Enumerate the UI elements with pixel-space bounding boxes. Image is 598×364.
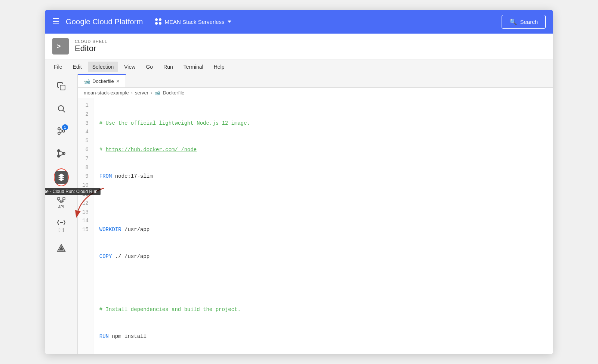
project-name: MEAN Stack Serverless <box>165 19 225 25</box>
menu-terminal[interactable]: Terminal <box>179 62 208 72</box>
code-line-5: WORKDIR /usr/app <box>99 225 547 234</box>
svg-line-7 <box>60 129 62 131</box>
cloud-run-icon[interactable]: Cloud Code - Cloud Run: Cloud Run <box>54 170 69 185</box>
code-line-4 <box>99 199 547 208</box>
sub-header: >_ CLOUD SHELL Editor <box>45 34 553 59</box>
sidebar: 1 Cloud <box>45 74 78 354</box>
svg-point-3 <box>58 128 60 130</box>
hamburger-icon[interactable]: ☰ <box>52 18 60 26</box>
dockerfile-tab[interactable]: 🐋 Dockerfile × <box>78 74 126 87</box>
svg-point-5 <box>62 130 65 132</box>
breadcrumb-sep-2: › <box>151 90 152 96</box>
cloud-run-circle <box>54 168 69 186</box>
chevron-down-icon <box>228 21 231 23</box>
code-line-1: # Use the official lightweight Node.js 1… <box>99 119 547 128</box>
source-control-icon[interactable]: 1 <box>54 124 69 139</box>
code-line-2: # https://hub.docker.com/_/node <box>99 146 547 155</box>
code-area[interactable]: 12345 678910 1112131415 # Use the offici… <box>78 98 553 354</box>
search-icon: 🔍 <box>509 18 517 25</box>
menu-run[interactable]: Run <box>159 62 178 72</box>
svg-line-2 <box>63 111 65 113</box>
search-sidebar-icon[interactable] <box>54 101 69 116</box>
search-label: Search <box>520 19 538 25</box>
run-debug-icon[interactable] <box>54 146 69 161</box>
menu-file[interactable]: File <box>49 62 67 72</box>
project-grid-icon <box>155 18 162 25</box>
api-label: API <box>58 205 64 209</box>
tab-close-icon[interactable]: × <box>116 78 120 84</box>
top-bar: ☰ Google Cloud Platform MEAN Stack Serve… <box>45 10 553 34</box>
breadcrumb-part-3: Dockerfile <box>163 90 184 96</box>
docker-icon: 🐋 <box>84 78 90 84</box>
breadcrumb: mean-stack-example › server › 🐋 Dockerfi… <box>78 88 553 98</box>
menu-selection[interactable]: Selection <box>88 62 118 72</box>
code-line-6: COPY ./ /usr/app <box>99 252 547 261</box>
menu-go[interactable]: Go <box>141 62 157 72</box>
tab-bar: 🐋 Dockerfile × <box>78 74 553 88</box>
copy-icon[interactable] <box>54 79 69 94</box>
breadcrumb-part-1: mean-stack-example <box>84 90 129 96</box>
editor-title: Editor <box>75 44 107 53</box>
menu-view[interactable]: View <box>120 62 140 72</box>
svg-point-1 <box>58 106 64 111</box>
app-title: Google Cloud Platform <box>66 18 143 26</box>
breadcrumb-docker-icon: 🐋 <box>154 90 160 96</box>
editor-container: 1 Cloud <box>45 74 553 354</box>
brackets-label: [···] <box>59 228 64 232</box>
svg-line-8 <box>60 131 62 133</box>
tab-label: Dockerfile <box>92 78 114 84</box>
menu-edit[interactable]: Edit <box>68 62 86 72</box>
source-control-badge: 1 <box>62 124 68 130</box>
deploy-icon[interactable] <box>54 241 69 256</box>
svg-rect-13 <box>58 197 60 200</box>
api-icon[interactable]: API <box>54 195 69 209</box>
line-numbers: 12345 678910 1112131415 <box>78 98 93 354</box>
code-line-3: FROM node:17-slim <box>99 172 547 181</box>
breadcrumb-sep-1: › <box>131 90 133 96</box>
project-selector[interactable]: MEAN Stack Serverless <box>155 18 231 25</box>
code-line-8: # Install dependencies and build the pro… <box>99 305 547 314</box>
svg-rect-14 <box>63 197 65 200</box>
cloud-run-inner <box>55 171 68 184</box>
section-label: CLOUD SHELL <box>75 39 107 44</box>
sub-header-text: CLOUD SHELL Editor <box>75 39 107 53</box>
code-line-7 <box>99 279 547 288</box>
cloud-shell-icon: >_ <box>52 38 69 55</box>
svg-rect-0 <box>60 85 65 90</box>
code-line-9: RUN npm install <box>99 332 547 341</box>
main-window: ☰ Google Cloud Platform MEAN Stack Serve… <box>45 10 553 354</box>
search-button[interactable]: 🔍 Search <box>502 15 546 29</box>
code-content: # Use the official lightweight Node.js 1… <box>93 98 553 354</box>
editor-main: 🐋 Dockerfile × mean-stack-example › serv… <box>78 74 553 354</box>
svg-point-4 <box>58 132 60 134</box>
brackets-icon[interactable]: [···] <box>54 218 69 232</box>
menu-help[interactable]: Help <box>209 62 229 72</box>
breadcrumb-part-2: server <box>135 90 148 96</box>
menu-bar: File Edit Selection View Go Run Terminal… <box>45 59 553 74</box>
